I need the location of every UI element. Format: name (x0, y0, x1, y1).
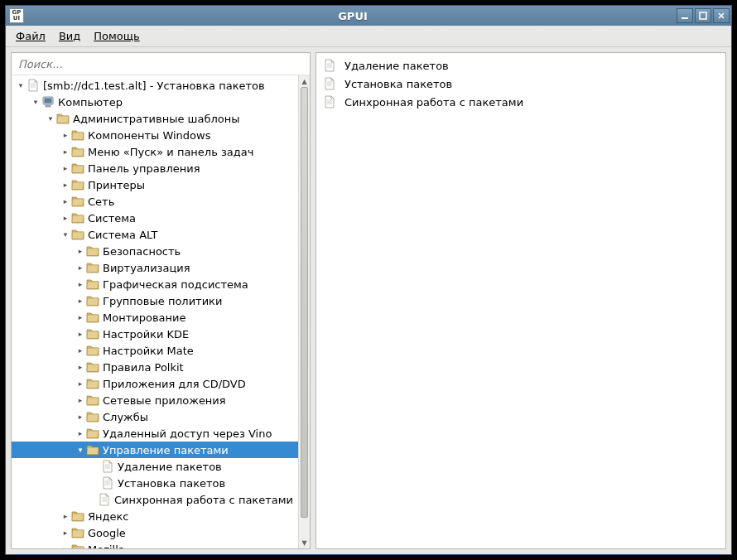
tree-row[interactable]: ▸Принтеры (12, 176, 298, 193)
chevron-right-icon[interactable]: ▸ (75, 262, 86, 273)
chevron-right-icon[interactable]: ▸ (60, 212, 71, 224)
tree-row[interactable]: ▸Службы (12, 408, 298, 425)
search-input[interactable] (12, 53, 310, 75)
scroll-down-button[interactable]: ▼ (299, 537, 310, 548)
tree-row[interactable]: ▸Настройки KDE (12, 326, 298, 342)
tree-row[interactable]: ▾Система ALT (12, 226, 298, 243)
chevron-right-icon[interactable]: ▸ (75, 245, 86, 257)
tree-node-label: Управление пакетами (103, 444, 234, 456)
vertical-scrollbar[interactable]: ▲ ▼ (298, 75, 310, 548)
folder-icon (86, 427, 99, 440)
tree-node-label: Установка пакетов (118, 477, 230, 490)
folder-icon (86, 244, 99, 258)
chevron-right-icon[interactable]: ▸ (75, 278, 86, 290)
tree-row[interactable]: ▸Система (12, 210, 298, 226)
tree-node-label: Синхронная работа с пакетами (114, 494, 298, 506)
tree-row[interactable]: ▸Графическая подсистема (12, 276, 298, 292)
chevron-right-icon[interactable]: ▸ (75, 295, 86, 307)
folder-icon (86, 377, 99, 390)
folder-icon (71, 128, 84, 142)
chevron-right-icon[interactable]: ▸ (75, 378, 86, 389)
scroll-up-button[interactable]: ▲ (299, 75, 310, 87)
chevron-down-icon[interactable]: ▾ (60, 229, 71, 240)
window-title: GPUI (29, 10, 677, 22)
folder-icon (71, 195, 84, 208)
chevron-down-icon[interactable]: ▾ (75, 444, 86, 456)
tree-row[interactable]: ▸Настройки Mate (12, 342, 298, 359)
svg-rect-1 (700, 12, 706, 19)
computer-icon (41, 95, 55, 109)
tree-row[interactable]: ▸Безопасность (12, 243, 298, 259)
tree-row[interactable]: ▸Монтирование (12, 309, 298, 326)
tree-row[interactable]: ▾[smb://dc1.test.alt] - Установка пакето… (12, 77, 298, 94)
folder-icon (86, 393, 99, 407)
menu-help[interactable]: Помощь (89, 27, 144, 45)
tree-row[interactable]: ▾Компьютер (12, 94, 298, 110)
tree-node-label: Панель управления (88, 162, 205, 175)
chevron-right-icon[interactable]: ▸ (60, 543, 71, 548)
tree-node-label: Групповые политики (103, 295, 227, 307)
chevron-right-icon[interactable]: ▸ (75, 427, 86, 439)
folder-icon (86, 410, 99, 423)
chevron-right-icon[interactable]: ▸ (60, 196, 71, 207)
left-panel: ▾[smb://dc1.test.alt] - Установка пакето… (11, 52, 311, 549)
tree-row[interactable]: Удаление пакетов (12, 458, 298, 475)
tree-row[interactable]: ▸Сеть (12, 193, 298, 210)
tree-row[interactable]: ▸Меню «Пуск» и панель задач (12, 143, 298, 160)
tree-node-label: Сетевые приложения (103, 394, 231, 407)
tree-row[interactable]: ▸Виртуализация (12, 259, 298, 276)
tree-node-label: Службы (103, 411, 153, 423)
chevron-right-icon[interactable]: ▸ (75, 411, 86, 422)
maximize-button[interactable] (695, 8, 711, 23)
tree-row[interactable]: ▾Административные шаблоны (12, 110, 298, 127)
svg-rect-0 (682, 17, 688, 19)
folder-icon (71, 543, 84, 548)
tree-row[interactable]: ▸Mozilla (12, 541, 298, 548)
tree-row[interactable]: ▸Приложения для CD/DVD (12, 375, 298, 392)
tree-row[interactable]: Синхронная работа с пакетами (12, 491, 298, 508)
doc-icon (323, 95, 336, 109)
tree-row[interactable]: Установка пакетов (12, 475, 298, 491)
chevron-right-icon[interactable]: ▸ (75, 345, 86, 356)
menu-file[interactable]: Файл (11, 27, 51, 45)
chevron-right-icon[interactable]: ▸ (60, 146, 71, 157)
doc-icon (323, 59, 336, 72)
tree-row[interactable]: ▸Групповые политики (12, 292, 298, 309)
folder-icon (71, 162, 84, 175)
chevron-right-icon[interactable]: ▸ (60, 527, 71, 538)
folder-icon (86, 360, 99, 374)
chevron-right-icon[interactable]: ▸ (60, 129, 71, 141)
tree-row[interactable]: ▸Google (12, 524, 298, 541)
chevron-right-icon[interactable]: ▸ (60, 162, 71, 174)
tree-node-label: Сеть (88, 196, 119, 208)
scroll-thumb[interactable] (301, 87, 308, 518)
tree-row[interactable]: ▸Яндекс (12, 508, 298, 524)
chevron-right-icon[interactable]: ▸ (75, 328, 86, 340)
chevron-right-icon[interactable]: ▸ (75, 394, 86, 406)
folder-icon (71, 509, 84, 523)
tree-row[interactable]: ▸Сетевые приложения (12, 392, 298, 408)
chevron-right-icon[interactable]: ▸ (60, 179, 71, 191)
tree-row[interactable]: ▸Панель управления (12, 160, 298, 176)
list-item[interactable]: Установка пакетов (320, 75, 722, 93)
chevron-down-icon[interactable]: ▾ (15, 80, 26, 91)
tree-row[interactable]: ▾Управление пакетами (12, 442, 298, 458)
close-button[interactable] (713, 8, 730, 23)
list-item[interactable]: Синхронная работа с пакетами (320, 93, 722, 111)
tree-row[interactable]: ▸Правила Polkit (12, 359, 298, 375)
chevron-right-icon[interactable]: ▸ (60, 510, 71, 522)
chevron-right-icon[interactable]: ▸ (75, 311, 86, 323)
chevron-down-icon[interactable]: ▾ (30, 96, 41, 108)
doc-icon (101, 460, 114, 473)
tree-node-label: Приложения для CD/DVD (103, 378, 251, 390)
tree-row[interactable]: ▸Компоненты Windows (12, 127, 298, 143)
menu-view[interactable]: Вид (54, 27, 85, 45)
list-item[interactable]: Удаление пакетов (320, 56, 722, 75)
titlebar[interactable]: GP UI GPUI (6, 6, 731, 26)
tree-row[interactable]: ▸Удаленный доступ через Vino (12, 425, 298, 442)
tree-view[interactable]: ▾[smb://dc1.test.alt] - Установка пакето… (12, 75, 310, 548)
chevron-down-icon[interactable]: ▾ (45, 113, 56, 124)
minimize-button[interactable] (677, 8, 693, 23)
folder-icon (86, 344, 99, 357)
chevron-right-icon[interactable]: ▸ (75, 361, 86, 373)
